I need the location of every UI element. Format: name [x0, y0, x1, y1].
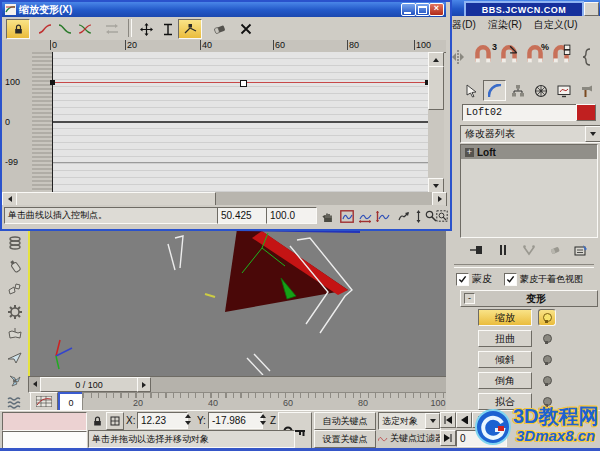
time-slider-next-button[interactable] [137, 377, 151, 392]
modifier-list-dropdown[interactable]: 修改器列表 [460, 125, 600, 143]
time-slider-track[interactable]: 0 / 100 [28, 376, 458, 393]
command-tab-hierarchy[interactable] [506, 80, 529, 101]
auto-key-button[interactable]: 自动关键点 [314, 412, 376, 430]
angle-snap-toggle-icon[interactable] [498, 43, 524, 71]
modifier-list-arrow[interactable] [585, 126, 600, 142]
scale-deform-button[interactable]: 缩放 [478, 309, 532, 326]
keyboard-shortcut-override-icon[interactable] [578, 43, 598, 71]
command-tab-display[interactable] [552, 80, 575, 101]
skin-checkbox[interactable]: 蒙皮 [456, 272, 492, 286]
y-spinner[interactable] [259, 412, 268, 427]
y-coordinate-field[interactable]: -17.986 [208, 412, 263, 429]
scale-light-toggle[interactable] [538, 309, 556, 326]
zoom-vertical-extents-icon[interactable] [373, 206, 393, 226]
bevel-light-toggle[interactable] [538, 372, 556, 389]
display-y-axis-button[interactable] [54, 19, 76, 39]
point-x-position-field[interactable]: 50.425 [217, 207, 268, 224]
zoom-horizontal-extents-icon[interactable] [355, 206, 375, 226]
track-bar[interactable]: 20 40 60 80 100 [82, 392, 458, 411]
graph-vertical-scrollbar[interactable] [428, 52, 444, 192]
display-x-axis-button[interactable] [34, 19, 56, 39]
reset-curve-button[interactable] [234, 19, 258, 39]
make-unique-button[interactable] [518, 240, 540, 260]
reactor-bottle-icon[interactable] [3, 254, 26, 277]
scroll-down-button[interactable] [428, 178, 444, 193]
selection-lock-toggle[interactable] [88, 412, 106, 430]
x-coordinate-field[interactable]: 12.23 [137, 412, 188, 429]
menu-item-rendering[interactable]: 渲染(R) [482, 18, 528, 32]
horizontal-scroll-thumb[interactable] [16, 192, 216, 206]
stack-item-loft[interactable]: + Loft [461, 145, 597, 159]
modifier-stack-list[interactable]: + Loft [460, 144, 598, 238]
twist-deform-button[interactable]: 扭曲 [478, 330, 532, 347]
go-to-start-button[interactable] [440, 412, 456, 428]
object-name-field[interactable]: Loft02 [462, 104, 577, 121]
remove-modifier-button[interactable] [544, 240, 566, 260]
pin-stack-button[interactable] [466, 240, 488, 260]
command-tab-utilities[interactable] [575, 80, 598, 101]
scroll-up-button[interactable] [428, 52, 444, 67]
move-control-point-button[interactable] [134, 19, 158, 39]
dialog-maximize-button[interactable] [415, 3, 430, 16]
reactor-fan-icon[interactable] [3, 369, 26, 392]
control-point-middle-selected[interactable] [240, 80, 247, 87]
reactor-cloth-icon[interactable] [3, 323, 26, 346]
delete-control-point-button[interactable] [208, 19, 230, 39]
swap-deform-curves-button[interactable] [100, 19, 124, 39]
teeter-light-toggle[interactable] [538, 351, 556, 368]
reactor-fragment-icon[interactable] [3, 277, 26, 300]
deformation-curve-plot[interactable] [52, 52, 428, 192]
maxscript-mini-listener-pink[interactable] [2, 412, 87, 431]
scroll-right-button[interactable] [432, 192, 447, 206]
skin-shaded-checkbox-box[interactable] [504, 273, 517, 286]
teeter-deform-button[interactable]: 倾斜 [478, 351, 532, 368]
time-slider-thumb[interactable]: 0 / 100 [40, 377, 138, 392]
reactor-gear-icon[interactable] [3, 300, 26, 323]
set-key-button[interactable]: 设置关键点 [314, 430, 376, 448]
insert-corner-point-button[interactable] [178, 19, 202, 39]
configure-modifier-sets-button[interactable] [570, 240, 592, 260]
dialog-title-bar[interactable]: 缩放变形(X) × [2, 2, 446, 17]
scroll-left-button[interactable] [2, 192, 17, 206]
vertical-scroll-thumb[interactable] [428, 66, 444, 110]
snap-toggle-3d-icon[interactable]: 3 [472, 43, 498, 71]
skin-shaded-checkbox[interactable]: 蒙皮于着色视图 [504, 272, 583, 286]
selection-filter-dropdown[interactable]: 选定对象 [378, 412, 441, 430]
point-y-value-field[interactable]: 100.0 [266, 207, 317, 224]
app-titlebar-button[interactable] [584, 2, 599, 16]
open-mini-curve-editor-button[interactable] [30, 392, 58, 411]
reactor-plane-icon[interactable] [3, 346, 26, 369]
command-tab-motion[interactable] [529, 80, 552, 101]
scale-control-point-button[interactable] [158, 19, 178, 39]
spinner-snap-toggle-icon[interactable] [550, 43, 576, 71]
skin-checkbox-box[interactable] [456, 273, 469, 286]
display-xy-axes-button[interactable] [74, 19, 96, 39]
rollout-collapse-icon[interactable]: - [464, 293, 475, 304]
time-slider-prev-button[interactable] [29, 377, 40, 390]
graph-horizontal-scrollbar[interactable] [2, 192, 446, 205]
command-tab-create[interactable] [460, 80, 483, 101]
selection-filter-arrow[interactable] [425, 413, 440, 429]
pan-hand-icon[interactable] [318, 206, 338, 226]
x-spinner[interactable] [184, 412, 193, 427]
command-tab-modify[interactable] [483, 80, 506, 101]
control-point-start[interactable] [50, 80, 55, 85]
previous-frame-button[interactable] [456, 412, 472, 428]
deformations-rollout-header[interactable]: - 变形 [460, 290, 598, 307]
percent-snap-toggle-icon[interactable]: % [524, 43, 550, 71]
go-to-end-button[interactable] [440, 430, 456, 446]
reactor-water-icon[interactable] [3, 391, 26, 412]
menu-item-customize[interactable]: 自定义(U) [528, 18, 584, 32]
object-color-swatch[interactable] [576, 104, 596, 121]
bevel-deform-button[interactable]: 倒角 [478, 372, 532, 389]
twist-light-toggle[interactable] [538, 330, 556, 347]
dialog-minimize-button[interactable] [401, 3, 416, 16]
stack-expand-icon[interactable]: + [465, 148, 474, 157]
absolute-mode-toggle[interactable] [106, 412, 124, 430]
make-symmetrical-button[interactable] [6, 19, 30, 39]
dialog-close-button[interactable]: × [429, 3, 444, 16]
zoom-extents-icon[interactable] [337, 206, 357, 226]
show-end-result-button[interactable] [492, 240, 514, 260]
zoom-region-icon[interactable] [435, 206, 449, 226]
reactor-spring-icon[interactable] [3, 231, 26, 254]
